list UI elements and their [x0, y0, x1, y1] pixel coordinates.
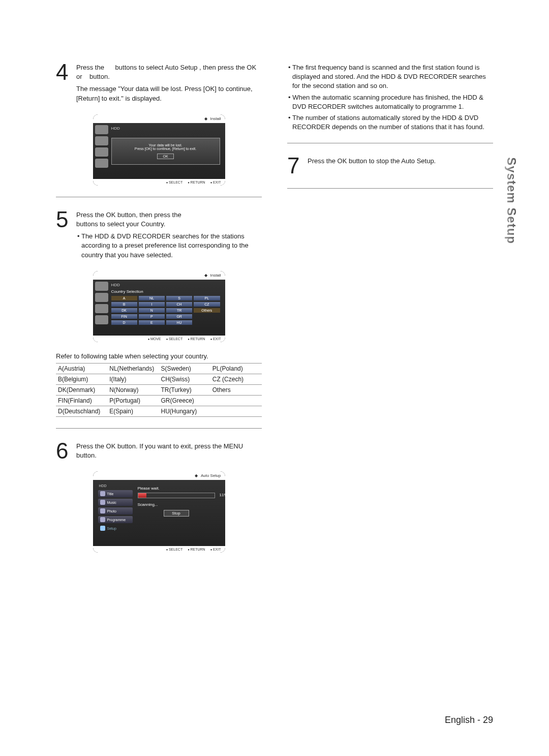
osd-hdd-label: HDD — [98, 483, 133, 489]
country-cell: E — [139, 320, 165, 325]
step-number: 5 — [56, 208, 76, 263]
scanning-text: Scanning... — [138, 502, 215, 507]
country-cell: CH — [166, 302, 192, 307]
text: buttons to select Auto Setup — [115, 64, 198, 71]
divider — [56, 428, 262, 429]
table-cell: B(Belgium) — [56, 374, 107, 384]
osd-footer: SELECT RETURN EXIT — [93, 179, 225, 186]
sidebar-icon — [95, 147, 108, 157]
table-cell: D(Deutschland) — [56, 406, 107, 416]
country-cell: P — [139, 314, 165, 319]
step-body: Press the buttons to select Auto Setup ,… — [76, 61, 262, 106]
country-cell: B — [111, 302, 137, 307]
table-cell: A(Austria) — [56, 363, 107, 374]
country-cell: I — [139, 302, 165, 307]
menu-label: Setup — [107, 527, 116, 530]
diamond-icon: ◆ — [204, 273, 207, 278]
menu-item: Title — [98, 490, 133, 497]
country-cell: A — [111, 296, 137, 300]
step-number: 6 — [56, 440, 76, 463]
right-column: The first frequency band is scanned and … — [287, 61, 493, 563]
osd-header-label: Auto Setup — [201, 473, 221, 478]
osd-header-label: Install — [210, 273, 221, 278]
menu-label: Music — [107, 501, 116, 504]
progress-fill — [138, 493, 147, 498]
osd-screenshot-6: ◆ Auto Setup HDD Title Music Photo Progr… — [93, 471, 225, 553]
country-cell: NL — [139, 296, 165, 300]
footer-return: RETURN — [188, 180, 205, 184]
table-row: D(Deutschland) E(Spain) HU(Hungary) — [56, 406, 262, 416]
progress-percent: 11% — [219, 493, 225, 497]
menu-label: Photo — [107, 509, 116, 513]
country-cell: D — [111, 320, 137, 325]
osd-hdd-label: HDD — [111, 283, 220, 287]
section-sidebar-title: System Setup — [504, 157, 518, 244]
osd-screenshot-5: ◆ Install HDD Country Selection A NL S P… — [93, 271, 225, 342]
osd-main-panel: Please wait. 11% Scanning... Stop — [133, 483, 220, 542]
table-cell: I(Italy) — [107, 374, 159, 384]
footer-exit: EXIT — [210, 548, 221, 551]
page-number: English - 29 — [445, 715, 493, 725]
divider — [56, 197, 262, 197]
osd-footer: MOVE SELECT RETURN EXIT — [93, 336, 225, 342]
text: Press the OK button, then press the — [76, 211, 181, 219]
osd-modal: Your data will be lost. Press [OK] to co… — [111, 138, 220, 165]
menu-item: Photo — [98, 507, 133, 515]
table-cell: CH(Swiss) — [159, 374, 210, 384]
osd-hdd-label: HDD — [111, 126, 220, 131]
footer-return: RETURN — [188, 337, 205, 341]
stop-button: Stop — [164, 510, 189, 517]
please-wait-text: Please wait. — [138, 486, 215, 491]
osd-header-label: Install — [210, 116, 221, 121]
diamond-icon: ◆ — [195, 473, 198, 478]
osd-header: ◆ Install — [93, 114, 225, 123]
table-row: A(Austria) NL(Netherlands) S(Sweden) PL(… — [56, 363, 262, 374]
country-grid: A NL S PL B I CH CZ DK N TR Others FIN P… — [111, 296, 220, 325]
setup-icon — [100, 526, 105, 531]
text: Press the OK button. If you want to exit… — [76, 442, 262, 460]
country-cell: TR — [166, 308, 192, 313]
step-number: 7 — [287, 155, 308, 177]
footer-exit: EXIT — [210, 337, 221, 341]
menu-icon — [100, 508, 105, 513]
table-row: FIN(Finland) P(Portugal) GR(Greece) — [56, 395, 262, 406]
footer-select: SELECT — [166, 180, 183, 184]
table-cell — [210, 406, 262, 416]
country-cell: GR — [166, 314, 192, 319]
bullet-text: The number of stations automatically sto… — [287, 113, 493, 132]
sidebar-icon — [95, 282, 108, 291]
footer-select: SELECT — [166, 548, 183, 551]
page-content: 4 Press the buttons to select Auto Setup… — [0, 0, 549, 593]
sidebar-icon — [95, 125, 108, 134]
text: The message "Your data will be lost. Pre… — [76, 84, 262, 103]
country-cell: HU — [166, 320, 192, 325]
right-bullets: The first frequency band is scanned and … — [287, 61, 493, 132]
menu-icon — [100, 491, 105, 496]
country-cell: Others — [194, 308, 220, 313]
reference-text: Refer to following table when selecting … — [56, 352, 262, 360]
sidebar-icon — [95, 315, 108, 324]
diamond-icon: ◆ — [204, 116, 207, 121]
text: button. — [89, 73, 110, 80]
country-table: A(Austria) NL(Netherlands) S(Sweden) PL(… — [56, 363, 262, 417]
table-cell: FIN(Finland) — [56, 395, 107, 406]
footer-return: RETURN — [188, 548, 205, 551]
osd-footer: SELECT RETURN EXIT — [93, 546, 225, 553]
step-6: 6 Press the OK button. If you want to ex… — [56, 440, 262, 463]
menu-icon — [100, 517, 105, 522]
table-cell: Others — [210, 384, 262, 395]
country-cell: DK — [111, 308, 137, 313]
osd-header: ◆ Install — [93, 271, 225, 280]
bullet-text: When the automatic scanning procedure ha… — [287, 93, 493, 111]
divider — [287, 143, 493, 143]
modal-text: Your data will be lost. — [117, 143, 215, 147]
table-cell: CZ (Czech) — [210, 374, 262, 384]
modal-ok-button: OK — [157, 154, 173, 159]
sidebar-icon — [95, 304, 108, 313]
sidebar-icon — [95, 136, 108, 145]
table-cell: E(Spain) — [107, 406, 159, 416]
text: buttons to select your Country. — [76, 220, 165, 228]
table-cell: HU(Hungary) — [159, 406, 210, 416]
divider — [287, 188, 493, 189]
left-column: 4 Press the buttons to select Auto Setup… — [56, 61, 262, 563]
